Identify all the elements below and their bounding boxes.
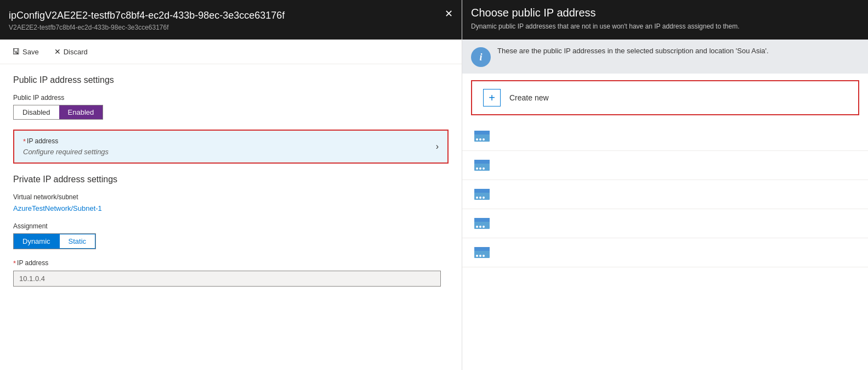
svg-point-7 <box>476 167 478 170</box>
svg-point-19 <box>483 226 485 228</box>
discard-button[interactable]: ✕ Discard <box>51 45 91 58</box>
list-item[interactable] <box>462 151 868 180</box>
discard-icon: ✕ <box>54 47 61 56</box>
close-button[interactable]: ✕ <box>445 9 453 19</box>
list-item[interactable] <box>462 238 868 267</box>
svg-rect-16 <box>474 218 490 222</box>
panel-title: ipConfigV2AE2E2-testfb7c8bf4-ec2d-433b-9… <box>9 10 453 21</box>
svg-point-12 <box>476 197 478 199</box>
panel-header: ipConfigV2AE2E2-testfb7c8bf4-ec2d-433b-9… <box>0 0 462 40</box>
assignment-label: Assignment <box>13 222 449 230</box>
svg-point-24 <box>483 255 485 257</box>
svg-point-9 <box>483 167 485 170</box>
svg-point-3 <box>479 138 481 141</box>
chevron-right-icon: › <box>436 142 439 152</box>
svg-point-8 <box>479 167 481 170</box>
ip-resource-icon-4 <box>473 215 491 232</box>
svg-rect-11 <box>474 189 490 193</box>
public-ip-toggle-group: Disabled Enabled <box>13 105 103 120</box>
public-ip-label: Public IP address <box>13 94 449 102</box>
ip-address-label: IP address <box>27 137 58 145</box>
assignment-field-group: Assignment Dynamic Static <box>13 222 449 249</box>
required-star: * <box>23 137 26 145</box>
private-ip-input[interactable] <box>13 271 441 287</box>
create-new-button[interactable]: + Create new <box>471 80 859 115</box>
right-panel: Choose public IP address Dynamic public … <box>462 0 868 370</box>
info-banner-text: These are the public IP addresses in the… <box>497 46 769 56</box>
panel-content: Public IP address settings Public IP add… <box>0 64 462 370</box>
dynamic-toggle[interactable]: Dynamic <box>14 234 59 249</box>
ip-resource-icon-5 <box>473 244 491 261</box>
svg-point-17 <box>476 226 478 228</box>
discard-label: Discard <box>64 48 88 56</box>
ip-resource-icon-2 <box>473 156 491 174</box>
private-ip-required-star: * <box>13 259 16 267</box>
svg-point-14 <box>483 197 485 199</box>
list-item[interactable] <box>462 209 868 238</box>
ip-address-selector[interactable]: * IP address Configure required settings… <box>13 130 449 164</box>
vnet-label: Virtual network/subnet <box>13 193 449 201</box>
ip-address-placeholder: Configure required settings <box>23 148 436 156</box>
plus-icon: + <box>483 89 501 106</box>
save-icon: 🖫 <box>12 47 20 56</box>
public-ip-field-group: Public IP address Disabled Enabled <box>13 94 449 120</box>
right-panel-title: Choose public IP address <box>471 7 859 19</box>
panel-subtitle: V2AE2E2-testfb7c8bf4-ec2d-433b-98ec-3e3c… <box>9 24 453 31</box>
svg-rect-21 <box>474 247 490 251</box>
list-item[interactable] <box>462 122 868 151</box>
save-label: Save <box>22 48 39 56</box>
vnet-link[interactable]: AzureTestNetwork/Subnet-1 <box>13 204 102 212</box>
public-ip-section-title: Public IP address settings <box>13 75 449 85</box>
right-panel-subtitle: Dynamic public IP addresses that are not… <box>471 23 859 30</box>
ip-resource-icon-3 <box>473 186 491 203</box>
svg-point-4 <box>483 138 485 141</box>
private-ip-section-title: Private IP address settings <box>13 175 449 184</box>
toolbar: 🖫 Save ✕ Discard <box>0 40 462 64</box>
right-header: Choose public IP address Dynamic public … <box>462 0 868 40</box>
list-item[interactable] <box>462 180 868 209</box>
left-panel: ipConfigV2AE2E2-testfb7c8bf4-ec2d-433b-9… <box>0 0 462 370</box>
info-banner: i These are the public IP addresses in t… <box>462 40 868 74</box>
info-icon: i <box>471 47 491 67</box>
right-content: + Create new <box>462 74 868 370</box>
assignment-toggle-group: Dynamic Static <box>13 233 96 249</box>
svg-point-22 <box>476 255 478 257</box>
svg-rect-1 <box>474 131 490 134</box>
vnet-field-group: Virtual network/subnet AzureTestNetwork/… <box>13 193 449 212</box>
save-button[interactable]: 🖫 Save <box>9 45 42 58</box>
private-ip-label: IP address <box>17 259 48 267</box>
svg-rect-6 <box>474 160 490 164</box>
svg-point-23 <box>479 255 481 257</box>
static-toggle[interactable]: Static <box>59 234 96 249</box>
enabled-toggle[interactable]: Enabled <box>59 105 103 119</box>
svg-point-13 <box>479 197 481 199</box>
private-ip-field-group: * IP address <box>13 259 449 287</box>
disabled-toggle[interactable]: Disabled <box>14 105 59 119</box>
ip-resource-icon-1 <box>473 127 491 145</box>
svg-point-18 <box>479 226 481 228</box>
svg-point-2 <box>476 138 478 141</box>
create-new-label: Create new <box>509 93 549 102</box>
